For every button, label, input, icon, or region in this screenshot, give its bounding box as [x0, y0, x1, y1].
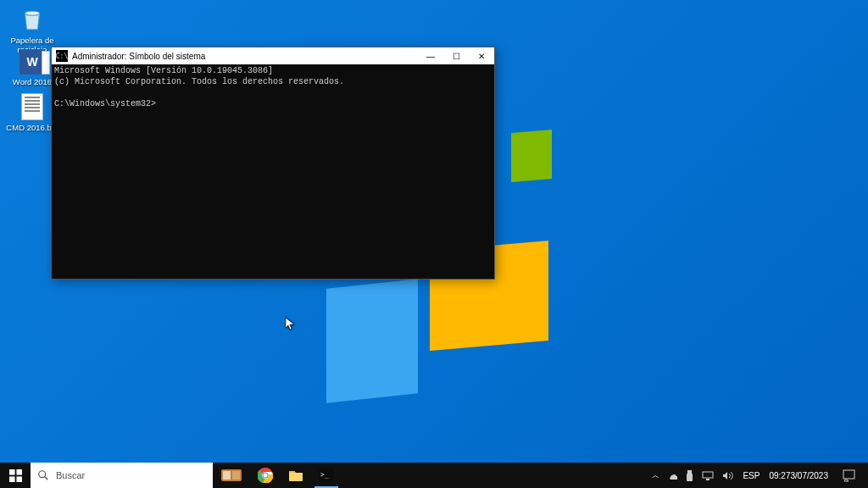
cmd-window[interactable]: C:\ Administrador: Símbolo del sistema —…	[51, 47, 495, 280]
notification-center-button[interactable]	[833, 463, 864, 488]
cmd-titlebar[interactable]: C:\ Administrador: Símbolo del sistema —…	[52, 47, 494, 64]
cmd-terminal[interactable]: Microsoft Windows [Versión 10.0.19045.30…	[52, 64, 494, 279]
news-icon	[220, 467, 242, 484]
mouse-cursor	[286, 318, 296, 334]
start-button[interactable]	[0, 463, 31, 488]
taskbar-search[interactable]: Buscar	[31, 463, 213, 488]
recycle-bin-icon	[18, 4, 47, 33]
cmd-output-line: (c) Microsoft Corporation. Todos los der…	[54, 76, 492, 87]
svg-point-12	[264, 474, 268, 478]
volume-icon[interactable]	[722, 471, 733, 480]
close-button[interactable]: ✕	[469, 47, 494, 64]
show-desktop-button[interactable]	[864, 463, 868, 488]
clock-date: 3/07/2023	[791, 471, 829, 480]
svg-rect-15	[687, 470, 692, 474]
notification-icon	[843, 469, 855, 482]
svg-rect-16	[687, 474, 693, 481]
cmd-icon: >_	[319, 469, 334, 482]
cmd-blank-line	[54, 87, 492, 98]
windows-logo-icon	[9, 469, 22, 482]
search-placeholder: Buscar	[56, 470, 85, 480]
minimize-button[interactable]: —	[418, 47, 443, 64]
maximize-button[interactable]: ☐	[443, 47, 469, 64]
chrome-icon	[258, 468, 273, 483]
svg-rect-18	[706, 479, 709, 480]
onedrive-icon[interactable]	[668, 471, 677, 480]
system-tray[interactable]: ︿	[647, 463, 738, 488]
svg-rect-17	[703, 472, 713, 478]
svg-rect-19	[843, 470, 854, 479]
svg-point-0	[25, 11, 40, 15]
clock-time: 09:27	[769, 471, 790, 480]
cmd-titlebar-icon: C:\	[56, 50, 68, 62]
taskbar-chrome[interactable]	[250, 463, 281, 488]
taskbar: Buscar >_ ︿ ESP 09:27 3/07/2023	[0, 463, 868, 488]
logo-pane-blue	[326, 279, 418, 402]
taskbar-clock[interactable]: 09:27 3/07/2023	[764, 463, 833, 488]
text-file-icon	[21, 93, 43, 120]
cmd-title: Administrador: Símbolo del sistema	[72, 52, 418, 61]
taskbar-explorer[interactable]	[281, 463, 311, 488]
svg-rect-4	[16, 476, 22, 482]
taskbar-cmd[interactable]: >_	[311, 463, 342, 488]
taskbar-cortana-news[interactable]	[213, 463, 250, 488]
svg-rect-2	[16, 469, 22, 475]
logo-pane-green	[511, 130, 552, 182]
cmd-output-line: Microsoft Windows [Versión 10.0.19045.30…	[54, 65, 492, 76]
cmd-prompt: C:\Windows\system32>	[54, 98, 492, 109]
svg-text:>_: >_	[320, 471, 329, 479]
taskbar-spacer	[342, 463, 647, 488]
tray-overflow-icon[interactable]: ︿	[652, 470, 659, 481]
svg-line-6	[45, 477, 48, 480]
svg-rect-9	[232, 471, 240, 480]
network-icon[interactable]	[702, 471, 714, 480]
folder-icon	[288, 469, 303, 482]
usb-icon[interactable]	[686, 470, 693, 481]
search-icon	[37, 469, 49, 481]
svg-rect-8	[223, 471, 231, 480]
svg-rect-1	[9, 469, 15, 475]
language-indicator[interactable]: ESP	[738, 463, 764, 488]
svg-rect-3	[9, 476, 15, 482]
word-icon: W	[19, 49, 45, 75]
svg-point-5	[39, 471, 46, 478]
